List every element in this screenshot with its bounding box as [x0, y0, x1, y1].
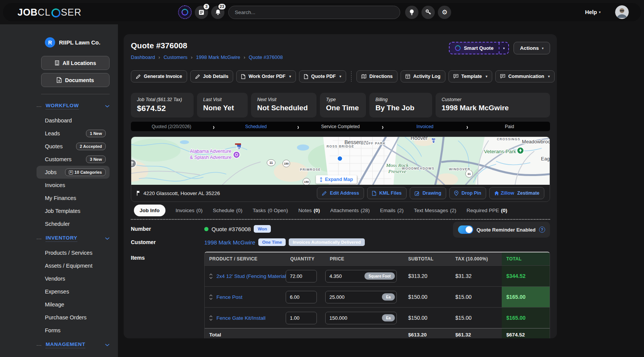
sidebar-section-inventory[interactable]: --- INVENTORY: [37, 233, 110, 244]
map-location-marker[interactable]: [337, 156, 343, 161]
breadcrumb-quote[interactable]: Quote #376008: [249, 54, 283, 60]
template-button[interactable]: Template▾: [448, 70, 492, 83]
sidebar-item-assets-equipment[interactable]: Assets / Equipment: [37, 259, 110, 272]
reorder-handle[interactable]: [209, 315, 213, 321]
tips-button[interactable]: [405, 6, 418, 19]
actions-label: Actions: [520, 45, 539, 51]
chevron-up-icon: [209, 273, 213, 276]
sidebar-item-job-templates[interactable]: Job Templates: [37, 205, 110, 217]
communication-button[interactable]: Communication▾: [495, 70, 555, 83]
sidebar-item-vendors[interactable]: Vendors: [37, 272, 110, 285]
top-navigation-bar: JOBCLSER 3 23 ⚙ Help ▾: [3, 3, 641, 21]
sidebar-item-purchase-orders[interactable]: Purchase Orders: [37, 311, 110, 324]
expand-map-button[interactable]: Expand Map: [316, 175, 357, 184]
tab-attachments[interactable]: Attachments(28): [330, 208, 370, 213]
sidebar-item-dashboard[interactable]: Dashboard: [37, 114, 110, 127]
logo-text-light: CL: [38, 7, 51, 18]
edit-address-button[interactable]: Edit Address: [317, 187, 364, 199]
product-link[interactable]: 2x4 12' Stud (Fencing Material): [216, 273, 286, 279]
stage-scheduled[interactable]: Scheduled: [215, 124, 296, 129]
actions-button[interactable]: Actions ▾: [514, 42, 550, 54]
ai-orb-button[interactable]: [178, 5, 192, 19]
total-value: $344.52: [502, 266, 550, 286]
tab-tasks[interactable]: Tasks(0 Open): [253, 208, 288, 213]
generate-invoice-button[interactable]: Generate Invoice: [131, 70, 187, 83]
sidebar-item-expenses[interactable]: Expenses: [37, 285, 110, 298]
tab-emails[interactable]: Emails(2): [380, 208, 404, 213]
quantity-input[interactable]: [286, 291, 317, 303]
help-menu[interactable]: Help ▾: [585, 9, 601, 15]
all-locations-button[interactable]: All Locations: [41, 56, 110, 70]
settings-button[interactable]: ⚙: [438, 6, 451, 19]
breadcrumb-customer-name[interactable]: 1998 Mark McGwire: [196, 54, 240, 60]
help-question-icon[interactable]: ?: [539, 227, 545, 233]
api-keys-button[interactable]: [421, 6, 435, 19]
sidebar-section-workflow[interactable]: --- WORKFLOW: [37, 100, 110, 112]
stage-quoted[interactable]: Quoted (2/20/2026): [131, 124, 212, 129]
table-row: Fence Gate Kit/Install Ea $150.00 $15.00…: [205, 307, 550, 328]
chevron-up-icon: [209, 294, 213, 297]
activity-log-button[interactable]: Activity Log: [401, 70, 445, 83]
sidebar-item-products-services[interactable]: Products / Services: [37, 246, 110, 259]
documents-button[interactable]: Documents: [41, 73, 110, 87]
tab-text-messages[interactable]: Text Messages(2): [414, 208, 456, 213]
unit-badge: Ea: [382, 294, 395, 301]
tab-schedule[interactable]: Schedule(0): [213, 208, 243, 213]
product-link[interactable]: Fence Gate Kit/Install: [216, 315, 266, 321]
job-details-button[interactable]: Job Details: [190, 70, 234, 83]
tab-job-info[interactable]: Job Info: [134, 205, 165, 216]
sidebar-item-invoices[interactable]: Invoices: [37, 179, 110, 192]
company-selector[interactable]: R RIIPL Lawn Co.: [45, 37, 110, 48]
sidebar-item-mileage[interactable]: Mileage: [37, 298, 110, 311]
quantity-input[interactable]: [286, 312, 317, 324]
zillow-zestimate-button[interactable]: Zillow Zestimate: [489, 187, 544, 199]
col-quantity: QUANTITY: [286, 252, 325, 265]
kml-files-button[interactable]: KML Files: [367, 187, 407, 199]
table-row: Fence Post Ea $150.00 $15.00 $165.00: [205, 286, 550, 307]
breadcrumb-dashboard[interactable]: Dashboard: [131, 54, 155, 60]
work-order-pdf-button[interactable]: Work Order PDF▾: [236, 70, 296, 83]
pencil-icon: [195, 74, 200, 79]
search-input[interactable]: [228, 6, 400, 19]
tab-required-ppe[interactable]: Required PPE(0): [467, 208, 507, 213]
queue-button[interactable]: 3: [195, 6, 208, 19]
quote-reminder-toggle[interactable]: [458, 225, 473, 234]
sidebar-section-management[interactable]: --- MANAGEMENT: [37, 339, 110, 351]
directions-button[interactable]: Directions: [356, 70, 398, 83]
app-logo[interactable]: JOBCLSER: [17, 7, 81, 18]
user-avatar[interactable]: [615, 5, 629, 19]
one-time-badge: One Time: [258, 238, 286, 246]
quantity-input[interactable]: [286, 270, 317, 282]
sidebar-item-forms[interactable]: Forms: [37, 324, 110, 337]
chevron-down-icon: ▾: [542, 46, 544, 50]
billing-card: BillingBy The Job: [369, 93, 432, 117]
sidebar-item-jobs[interactable]: Jobs+10 Categories: [37, 166, 110, 179]
notifications-button[interactable]: 23: [211, 6, 224, 19]
list-icon: [199, 10, 204, 15]
reorder-handle[interactable]: [209, 294, 213, 300]
sidebar-item-scheduler[interactable]: Scheduler: [37, 217, 110, 230]
drop-pin-button[interactable]: Drop Pin: [449, 187, 486, 199]
reorder-handle[interactable]: [209, 273, 213, 279]
customer-link[interactable]: 1998 Mark McGwire: [204, 239, 255, 246]
drawing-button[interactable]: Drawing: [410, 187, 446, 199]
table-icon: [405, 74, 410, 79]
quote-pdf-button[interactable]: Quote PDF▾: [299, 70, 346, 83]
veterans-park-pin-icon: [517, 147, 524, 154]
summary-cards: Job Total ($61.32 Tax)$674.52 Last Visit…: [131, 93, 550, 117]
tab-notes[interactable]: Notes(0): [298, 208, 320, 213]
tab-invoices[interactable]: Invoices(0): [176, 208, 203, 213]
sidebar-item-quotes[interactable]: Quotes2 Accepted: [37, 140, 110, 153]
smart-quote-button[interactable]: Smart Quote ▾: [449, 42, 509, 54]
breadcrumb-customers[interactable]: Customers: [164, 54, 188, 60]
breadcrumb-separator: ›: [159, 54, 160, 60]
stage-invoiced[interactable]: Invoiced: [384, 124, 465, 129]
stage-service-completed[interactable]: Service Completed: [300, 124, 381, 129]
smart-quote-dropdown[interactable]: ▾: [499, 43, 508, 54]
sidebar-item-my-finances[interactable]: My Finances: [37, 192, 110, 205]
stage-paid[interactable]: Paid: [469, 124, 550, 129]
sidebar-item-customers[interactable]: Customers3 New: [37, 153, 110, 166]
sidebar-item-leads[interactable]: Leads1 New: [37, 127, 110, 140]
product-link[interactable]: Fence Post: [216, 294, 242, 300]
total-value: $165.00: [502, 308, 550, 328]
